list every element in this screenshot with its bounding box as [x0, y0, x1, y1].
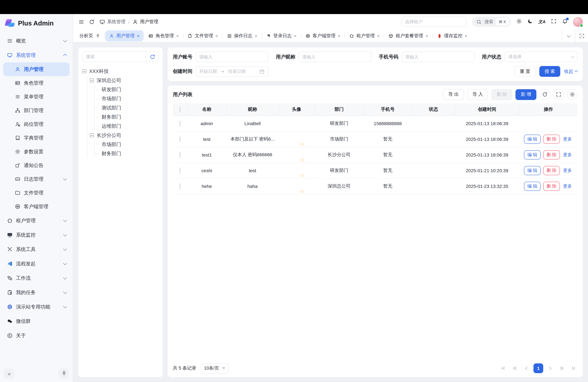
page-size-select[interactable]: 10条/页 [201, 363, 228, 373]
status-select[interactable]: 请选择 [505, 52, 578, 62]
tab-op-logs[interactable]: 操作日志× [223, 30, 261, 41]
import-button[interactable]: 导 入 [467, 89, 488, 100]
more-button[interactable]: 更多 [563, 182, 573, 191]
sidebar-item-users[interactable]: 用户管理 [3, 63, 70, 76]
collapse-box-icon[interactable] [90, 78, 94, 82]
sidebar-item-system[interactable]: 系统管理 [3, 48, 70, 63]
sidebar-pin-button[interactable] [59, 368, 69, 379]
next-page-button[interactable] [546, 364, 555, 373]
sidebar-item-wechat[interactable]: 微信群 [3, 314, 70, 328]
more-button[interactable]: 更多 [563, 166, 573, 175]
select-all-checkbox[interactable] [180, 106, 180, 112]
last-page-button[interactable] [569, 364, 578, 373]
global-search[interactable]: 搜索 ⌘ K [472, 17, 511, 27]
sidebar-collapse-button[interactable]: « [4, 368, 14, 379]
hamburger-icon[interactable] [78, 19, 84, 25]
settings-button[interactable] [516, 18, 522, 25]
sidebar-item-dicts[interactable]: 字典管理 [3, 131, 70, 145]
close-icon[interactable]: × [425, 34, 428, 38]
refresh-icon[interactable] [89, 19, 95, 25]
sidebar-item-roles[interactable]: 角色管理 [3, 76, 70, 90]
sidebar-item-tasks[interactable]: 我的任务 [3, 285, 70, 300]
row-checkbox[interactable] [180, 136, 180, 142]
edit-button[interactable]: 编 辑 [524, 182, 541, 191]
search-button[interactable]: 搜 索 [539, 66, 560, 77]
tab-tenant-plans[interactable]: 租户套餐管理× [385, 30, 432, 41]
sidebar-item-notices[interactable]: 通知公告 [3, 158, 70, 172]
fullscreen-button[interactable] [551, 18, 557, 25]
first-page-button[interactable] [499, 364, 508, 373]
tab-login-logs[interactable]: 登录日志× [262, 30, 300, 41]
tab-users[interactable]: 用户管理× [105, 30, 143, 41]
close-icon[interactable]: × [215, 34, 218, 38]
collapse-box-icon[interactable] [90, 133, 94, 137]
tree-leaf[interactable]: 市场部门 [95, 94, 159, 103]
close-icon[interactable]: × [137, 34, 140, 38]
sidebar-item-process[interactable]: 流程发起 [3, 256, 70, 271]
close-icon[interactable]: × [465, 34, 467, 38]
row-checkbox[interactable] [180, 121, 180, 127]
account-input[interactable] [196, 52, 269, 62]
dark-mode-button[interactable] [527, 18, 533, 25]
delete-row-button[interactable]: 删 除 [543, 166, 560, 175]
tree-search-input[interactable] [83, 52, 146, 62]
sidebar-item-menus[interactable]: 菜单管理 [3, 90, 70, 104]
row-checkbox[interactable] [180, 152, 180, 158]
next-5-pages-button[interactable] [558, 364, 566, 373]
delete-button[interactable]: 删 除 [491, 89, 512, 100]
close-icon[interactable]: × [338, 34, 340, 38]
delete-row-button[interactable]: 删 除 [543, 182, 560, 191]
sidebar-item-departments[interactable]: 部门管理 [3, 104, 70, 117]
sidebar-item-tenants[interactable]: 租户管理 [3, 213, 70, 228]
nickname-input[interactable] [299, 52, 372, 62]
tabs-dropdown-button[interactable] [562, 29, 575, 42]
date-range-picker[interactable]: 开始日期 结束日期 [196, 66, 269, 77]
collapse-filters-link[interactable]: 收起 [564, 68, 578, 74]
reset-button[interactable]: 重 置 [514, 66, 535, 77]
sidebar-item-clients[interactable]: 客户端管理 [3, 200, 70, 213]
row-checkbox[interactable] [180, 183, 180, 189]
language-button[interactable]: 文A [538, 19, 546, 25]
sidebar-item-about[interactable]: 关于 [3, 328, 70, 343]
sidebar-item-workflow[interactable]: 工作流 [3, 271, 70, 285]
tree-node-branch[interactable]: 长沙分公司 [90, 131, 159, 140]
close-icon[interactable]: × [294, 34, 297, 38]
sidebar-item-demo[interactable]: 演示站专用功能 [3, 300, 70, 314]
notifications-button[interactable] [562, 18, 568, 25]
sidebar-item-posts[interactable]: 岗位管理 [3, 117, 70, 131]
table-fullscreen-button[interactable] [553, 89, 564, 100]
breadcrumb-system[interactable]: 系统管理 [107, 19, 126, 25]
row-checkbox[interactable] [180, 168, 180, 173]
tenant-select-input[interactable] [402, 17, 467, 27]
sidebar-item-logs[interactable]: DEV日志管理 [3, 172, 70, 186]
edit-button[interactable]: 编 辑 [524, 135, 541, 144]
current-page[interactable]: 1 [533, 363, 543, 373]
more-button[interactable]: 更多 [563, 135, 573, 144]
tree-leaf[interactable]: 运维部门 [95, 122, 159, 131]
tab-cache-monitor[interactable]: redis缓存监控× [433, 30, 471, 41]
delete-row-button[interactable]: 删 除 [543, 150, 560, 159]
tab-files[interactable]: 文件管理× [184, 30, 222, 41]
close-icon[interactable]: × [377, 34, 379, 38]
edit-button[interactable]: 编 辑 [524, 166, 541, 175]
edit-button[interactable]: 编 辑 [524, 150, 541, 159]
table-settings-button[interactable] [567, 89, 578, 100]
tree-refresh-button[interactable] [146, 52, 158, 62]
content-fullscreen-button[interactable] [575, 29, 588, 42]
tree-node-company[interactable]: 深圳总公司 [90, 76, 159, 85]
phone-input[interactable] [402, 52, 475, 62]
sidebar-item-files[interactable]: 文件管理 [3, 186, 70, 200]
breadcrumb-users[interactable]: 用户管理 [140, 19, 158, 25]
collapse-box-icon[interactable] [82, 69, 86, 73]
tab-clients[interactable]: 客户端管理× [301, 30, 344, 41]
pin-icon[interactable] [95, 33, 100, 38]
prev-5-pages-button[interactable] [511, 364, 519, 373]
sidebar-item-overview[interactable]: 概览 [3, 34, 70, 48]
sidebar-item-tools[interactable]: 系统工具 [3, 242, 70, 256]
tree-leaf[interactable]: 测试部门 [95, 103, 159, 112]
export-button[interactable]: 导 出 [443, 89, 464, 100]
tree-leaf[interactable]: 财务部门 [95, 149, 159, 158]
tree-leaf[interactable]: 研发部门 [95, 85, 159, 94]
user-avatar[interactable] [573, 17, 583, 27]
delete-row-button[interactable]: 删 除 [543, 135, 560, 144]
